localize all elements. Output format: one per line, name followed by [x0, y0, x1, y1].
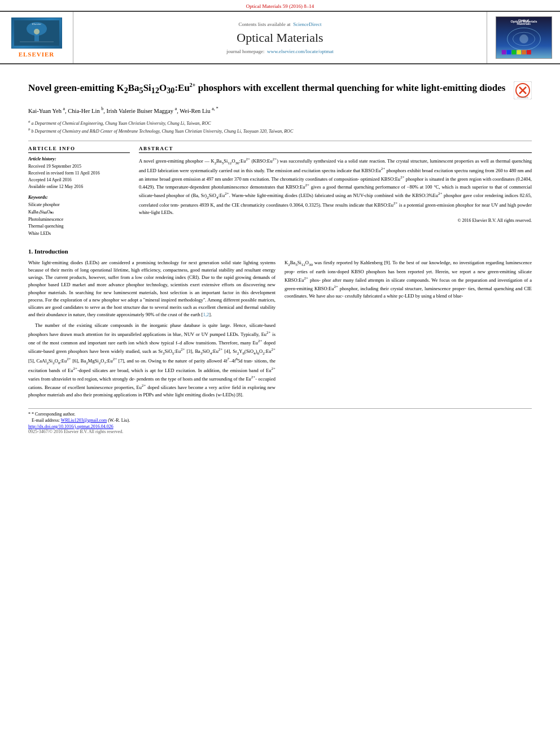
author-email-link[interactable]: WRLiu1203@gmail.com [61, 418, 107, 423]
elsevier-logo-image: Elsevier [11, 18, 62, 49]
keyword-5: White LEDs [28, 230, 130, 238]
corresponding-author-note: * * Corresponding author. [28, 412, 532, 417]
svg-rect-13 [511, 50, 516, 55]
affiliations: a a Department of Chemical Engineering, … [28, 119, 532, 135]
svg-text:Elsevier: Elsevier [31, 23, 41, 25]
revised-date: Received in revised form 11 April 2016 [28, 170, 130, 177]
ref-1-link[interactable]: 1,2 [203, 312, 209, 317]
svg-rect-14 [517, 50, 521, 55]
paper-title: Novel green-emitting K2Ba5Si12O30:Eu2+ p… [28, 81, 507, 96]
intro-para-2: The number of the existing silicate comp… [28, 322, 275, 399]
issn-line: 0925-3467/© 2016 Elsevier B.V. All right… [28, 429, 532, 434]
affiliation-b: b b Department of Chemistry and R&D Cent… [28, 126, 532, 135]
journal-reference: Optical Materials 59 (2016) 8–14 [0, 0, 560, 11]
keyword-4: Thermal quenching [28, 223, 130, 230]
abstract-text: A novel green-emitting phosphor — K2Ba5S… [139, 156, 532, 216]
intro-para-3: K2Ba5Si12O30 was firstly reported by Kah… [285, 259, 532, 300]
elsevier-brand-text: ELSEVIER [19, 51, 55, 58]
article-history-label: Article history: [28, 156, 130, 161]
journal-title-area: Contents lists available at ScienceDirec… [73, 12, 487, 63]
svg-rect-16 [526, 50, 531, 55]
crossmark-icon[interactable]: CrossMark [514, 81, 532, 99]
article-info-abstract: ARTICLE INFO Article history: Received 1… [28, 146, 532, 238]
doi-link[interactable]: http://dx.doi.org/10.1016/j.optmat.2016.… [28, 424, 113, 429]
journal-cover-area: Optical Materials OpticalMaterials [487, 12, 560, 63]
svg-rect-15 [522, 50, 526, 55]
keyword-1: Silicate phosphor [28, 202, 130, 209]
svg-text:CrossMark: CrossMark [517, 96, 528, 99]
received-date: Received 19 September 2015 [28, 163, 130, 170]
elsevier-logo-area: Elsevier ELSEVIER [0, 12, 73, 63]
footnote-area: * * Corresponding author. E-mail address… [28, 408, 532, 434]
authors-line: Kai-Yuan Yeh a, Chia-Her Lin b, Irish Va… [28, 106, 532, 114]
sciencedirect-link[interactable]: ScienceDirect [293, 21, 321, 27]
section-title-introduction: 1. Introduction [28, 248, 532, 255]
accepted-date: Accepted 14 April 2016 [28, 177, 130, 184]
svg-rect-12 [506, 50, 511, 55]
contents-available-line: Contents lists available at ScienceDirec… [238, 21, 321, 27]
svg-rect-2 [34, 34, 39, 41]
journal-cover-image: Optical Materials OpticalMaterials [496, 16, 552, 59]
introduction-body: White light-emitting diodes (LEDs) are c… [28, 259, 532, 403]
intro-col-left: White light-emitting diodes (LEDs) are c… [28, 259, 275, 403]
journal-cover-text: OpticalMaterials [497, 19, 550, 25]
abstract-title: ABSTRACT [139, 146, 532, 153]
keyword-2: K₂Ba₅Si₁₂O₃₀ [28, 209, 130, 216]
affiliation-a: a a Department of Chemical Engineering, … [28, 119, 532, 127]
journal-header: Elsevier ELSEVIER Contents lists availab… [0, 11, 560, 64]
doi-line[interactable]: http://dx.doi.org/10.1016/j.optmat.2016.… [28, 424, 532, 429]
abstract-section: ABSTRACT A novel green-emitting phosphor… [139, 146, 532, 238]
journal-homepage-link[interactable]: www.elsevier.com/locate/optmat [267, 49, 334, 54]
keywords-label: Keywords: [28, 195, 130, 200]
journal-title: Optical Materials [237, 30, 323, 45]
email-note: E-mail address: WRLiu1203@gmail.com (W.-… [28, 418, 532, 423]
intro-para-1: White light-emitting diodes (LEDs) are c… [28, 259, 275, 318]
paper-content: Novel green-emitting K2Ba5Si12O30:Eu2+ p… [0, 64, 560, 440]
article-info-section: ARTICLE INFO Article history: Received 1… [28, 146, 130, 238]
introduction-section: 1. Introduction White light-emitting dio… [28, 248, 532, 403]
svg-point-5 [34, 29, 40, 34]
keyword-3: Photoluminescence [28, 216, 130, 224]
svg-rect-11 [501, 50, 506, 55]
divider [28, 141, 532, 141]
intro-col-right: K2Ba5Si12O30 was firstly reported by Kah… [285, 259, 532, 403]
article-info-title: ARTICLE INFO [28, 146, 130, 153]
copyright-line: © 2016 Elsevier B.V. All rights reserved… [139, 218, 532, 223]
svg-point-9 [519, 34, 528, 43]
journal-homepage-line: journal homepage: www.elsevier.com/locat… [226, 49, 334, 54]
available-online-date: Available online 12 May 2016 [28, 184, 130, 190]
